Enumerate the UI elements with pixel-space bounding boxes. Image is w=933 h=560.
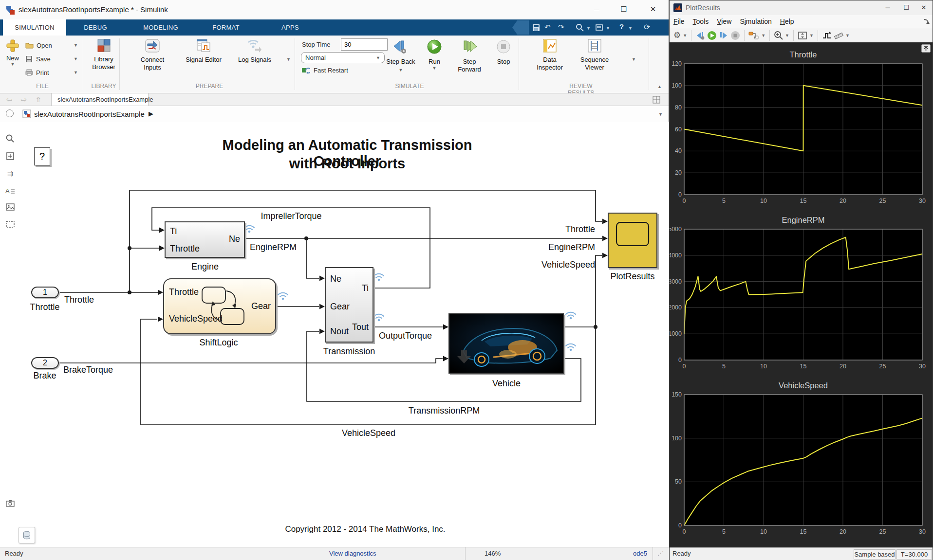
svg-text:100: 100 (672, 435, 682, 442)
up-button[interactable]: ⇧ (32, 95, 45, 105)
prepare-overflow-chevron-icon[interactable]: ▼ (286, 57, 291, 62)
scope-step-back-icon[interactable] (695, 30, 705, 41)
data-cursor-icon[interactable] (822, 30, 832, 41)
menu-help[interactable]: Help (780, 18, 794, 25)
undock-icon[interactable] (921, 44, 931, 53)
enginerpm-chart[interactable]: 010002000300040005000051015202530EngineR… (670, 208, 933, 374)
scope-window-title: PlotResults (686, 4, 720, 12)
menu-simulation[interactable]: Simulation (740, 18, 771, 25)
model-tab[interactable]: slexAutotransRootInportsExample (51, 93, 149, 106)
throttle-chart[interactable]: 020406080100120051015202530Throttle (670, 43, 933, 208)
minimize-button[interactable]: ─ (585, 0, 608, 18)
qat-redo-icon[interactable]: ↷ (558, 23, 564, 32)
library-browser-button[interactable]: Library Browser (85, 39, 123, 82)
vehiclespeed-chart[interactable]: 050100150051015202530VehicleSpeed (670, 374, 933, 539)
scope-zoom-icon[interactable] (774, 30, 783, 41)
svg-text:10: 10 (760, 198, 767, 204)
tab-modeling[interactable]: MODELING (125, 19, 197, 36)
dock-icon[interactable] (923, 18, 930, 25)
scope-close-button[interactable]: ✕ (915, 0, 933, 14)
signal-editor-button[interactable]: Signal Editor (185, 39, 223, 82)
block-plotresults[interactable] (608, 213, 657, 268)
svg-text:20: 20 (840, 363, 846, 370)
step-forward-button[interactable]: Step Forward (454, 39, 485, 82)
fast-restart-toggle[interactable]: Fast Restart (302, 67, 348, 74)
fit-to-view-chevron-icon[interactable]: ▼ (809, 30, 814, 41)
run-button[interactable]: Run ▼ (422, 39, 447, 82)
qat-find-chevron-icon[interactable]: ▼ (606, 26, 610, 31)
inport-throttle[interactable]: 1 (31, 287, 59, 298)
connect-inputs-button[interactable]: Connect Inputs (133, 39, 171, 82)
settings-gear-icon[interactable]: ⚙ (673, 30, 681, 41)
menu-tools[interactable]: Tools (693, 18, 709, 25)
port-label: Ti (170, 226, 177, 236)
svg-text:30: 30 (919, 198, 926, 204)
breadcrumb-arrow-icon: ▶ (149, 110, 153, 117)
measure-ruler-icon[interactable] (834, 30, 843, 41)
new-button[interactable]: New ▼ (3, 38, 22, 80)
scope-minimize-button[interactable]: ─ (879, 0, 896, 14)
inport-brake[interactable]: 2 (31, 357, 59, 369)
svg-text:100: 100 (672, 82, 682, 89)
tab-debug[interactable]: DEBUG (66, 19, 125, 36)
signal-label-enginerpm: EngineRPM (250, 242, 297, 253)
qat-save-icon[interactable] (532, 23, 541, 32)
tab-apps[interactable]: APPS (255, 19, 325, 36)
review-overflow-chevron-icon[interactable]: ▼ (632, 57, 636, 62)
tab-simulation[interactable]: SIMULATION (3, 19, 66, 36)
maximize-button[interactable]: ☐ (613, 0, 635, 18)
breadcrumb-chevron-icon[interactable]: ▼ (658, 112, 663, 117)
sequence-viewer-button[interactable]: Sequence Viewer (576, 39, 614, 82)
qat-undo-icon[interactable]: ↶ (544, 23, 551, 32)
data-inspector-button[interactable]: Data Inspector (531, 39, 569, 82)
menu-file[interactable]: File (673, 18, 685, 25)
scope-plot-area[interactable]: 020406080100120051015202530Throttle 0100… (670, 43, 933, 547)
signal-selector-chevron-icon[interactable]: ▼ (761, 30, 765, 41)
stop-button[interactable]: Stop (491, 39, 516, 82)
print-button[interactable]: Print▼ (25, 67, 78, 78)
tab-layout-icon[interactable] (653, 96, 660, 104)
back-button[interactable]: ⇦ (3, 95, 16, 105)
qat-help-icon[interactable]: ? (619, 22, 624, 31)
svg-text:25: 25 (879, 198, 886, 204)
block-vehicle[interactable] (448, 313, 564, 374)
ribbon-collapse-chevron-icon[interactable]: ▲ (657, 84, 662, 89)
qat-zoom-chevron-icon[interactable]: ▼ (586, 26, 591, 31)
qat-zoom-icon[interactable] (576, 23, 584, 32)
status-solver[interactable]: ode5 (633, 550, 647, 557)
save-button[interactable]: Save▼ (25, 53, 78, 65)
open-button[interactable]: Open▼ (25, 39, 78, 51)
block-transmission[interactable]: Ne Gear Nout Ti Tout (325, 267, 373, 343)
tab-format[interactable]: FORMAT (197, 19, 255, 36)
view-diagnostics-link[interactable]: View diagnostics (329, 550, 376, 557)
qat-help-chevron-icon[interactable]: ▼ (628, 26, 633, 31)
breadcrumb[interactable]: slexAutotransRootInportsExample (34, 110, 145, 118)
log-signals-button[interactable]: Log Signals (236, 39, 274, 82)
resize-grip-icon[interactable]: ⋰ (657, 549, 664, 557)
measure-chevron-icon[interactable]: ▼ (845, 30, 850, 41)
settings-chevron-icon[interactable]: ▼ (683, 30, 687, 41)
scope-zoom-chevron-icon[interactable]: ▼ (785, 30, 789, 41)
toolstrip-collapse-arrow[interactable] (512, 20, 529, 35)
scope-run-icon[interactable] (707, 30, 717, 41)
fit-to-view-icon[interactable] (798, 30, 807, 41)
stop-time-input[interactable] (341, 38, 388, 51)
step-back-button[interactable]: Step Back ▼ (386, 39, 415, 82)
signal-selector-icon[interactable] (748, 30, 759, 41)
block-shiftlogic[interactable]: Throttle VehicleSpeed Gear (163, 278, 276, 334)
svg-text:15: 15 (800, 363, 807, 370)
menu-view[interactable]: View (717, 18, 731, 25)
block-engine[interactable]: Ti Throttle Ne (165, 221, 245, 258)
window-title: slexAutotransRootInportsExample * - Simu… (19, 5, 168, 14)
qat-sync-icon[interactable]: ⟳ (644, 22, 650, 32)
sim-mode-dropdown[interactable]: Normal▼ (301, 52, 385, 63)
help-block[interactable]: ? (34, 147, 50, 165)
qat-find-icon[interactable] (595, 23, 604, 32)
forward-button[interactable]: ⇨ (18, 95, 30, 105)
explorer-toggle-icon[interactable] (6, 109, 14, 117)
scope-stop-icon[interactable] (730, 30, 740, 41)
scope-step-forward-icon[interactable] (719, 30, 728, 41)
close-button[interactable]: ✕ (642, 0, 664, 18)
scope-maximize-button[interactable]: ☐ (897, 0, 915, 14)
model-canvas[interactable]: ⇉ A (0, 122, 669, 547)
